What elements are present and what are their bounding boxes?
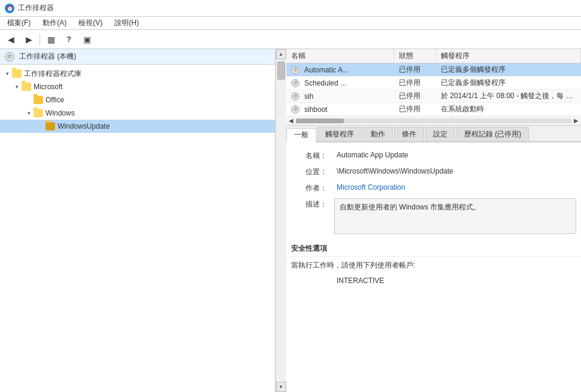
root-clock-icon: ⏱ [5, 52, 14, 62]
menu-bar: 檔案(F) 動作(A) 檢視(V) 說明(H) [0, 17, 581, 30]
back-button[interactable]: ◀ [2, 32, 19, 47]
grid-button[interactable]: ▦ [43, 32, 59, 47]
h-scroll-bar[interactable]: ◀ ▶ [286, 116, 581, 126]
row-icon-0: ⏱ [291, 66, 299, 74]
h-scrollbar-thumb[interactable] [296, 118, 344, 123]
title-bar: ⏰ 工作排程器 [0, 0, 581, 17]
table-row[interactable]: ⏱ Automatic A... 已停用 已定義多個觸發程序 [286, 63, 581, 77]
row-icon-2: ⏱ [291, 92, 299, 101]
detail-author-label: 作者： [286, 182, 334, 193]
detail-name-label: 名稱： [286, 150, 334, 161]
tab-setting[interactable]: 設定 [425, 127, 455, 141]
tab-general[interactable]: 一般 [286, 128, 316, 142]
detail-area: 名稱： Automatic App Update 位置： \Microsoft\… [286, 142, 581, 392]
tree-windowsupdate-label: WindowsUpdate [58, 122, 110, 130]
cell-trigger-2: 於 2014/1/1 上午 08:00 - 觸發之後，每 20:0 [436, 91, 581, 101]
table-row[interactable]: ⏱ sih 已停用 於 2014/1/1 上午 08:00 - 觸發之後，每 2… [286, 90, 581, 103]
row-icon-3: ⏱ [291, 105, 299, 114]
cell-status-3: 已停用 [394, 104, 436, 114]
detail-name-value: Automatic App Update [334, 150, 581, 160]
tree-root-label: 工作排程器程式庫 [24, 69, 81, 79]
tab-history[interactable]: 歷程記錄 (已停用) [456, 127, 529, 141]
cell-name-0: ⏱ Automatic A... [286, 66, 394, 74]
detail-desc-value: 自動更新使用者的 Windows 市集應用程式。 [334, 198, 576, 234]
tree-area[interactable]: ▾ 工作排程器程式庫 ▾ Microsoft ▸ Office [0, 65, 275, 392]
tab-trigger[interactable]: 觸發程序 [317, 127, 362, 141]
menu-help[interactable]: 說明(H) [110, 17, 144, 29]
row-icon-1: ⏱ [291, 79, 299, 87]
h-scroll-left[interactable]: ◀ [289, 117, 293, 124]
panel-button[interactable]: ▣ [78, 32, 95, 47]
detail-desc-row: 描述： 自動更新使用者的 Windows 市集應用程式。 [286, 196, 581, 236]
help-button[interactable]: ? [60, 32, 77, 47]
menu-action[interactable]: 動作(A) [38, 17, 71, 29]
cell-name-2: ⏱ sih [286, 92, 394, 101]
col-header-trigger: 觸發程序 [436, 49, 581, 63]
office-folder-icon [34, 96, 43, 104]
windows-folder-icon [34, 109, 43, 117]
cell-trigger-0: 已定義多個觸發程序 [436, 65, 581, 75]
table-row[interactable]: ⏱ Scheduled ... 已停用 已定義多個觸發程序 [286, 77, 581, 90]
menu-view[interactable]: 檢視(V) [74, 17, 107, 29]
tabs-bar: 一般 觸發程序 動作 條件 設定 歷程記錄 (已停用) [286, 126, 581, 142]
expand-root[interactable]: ▾ [2, 69, 12, 78]
left-vscroll[interactable]: ▲ ▼ [276, 49, 286, 392]
right-panel: 名稱 狀態 觸發程序 ⏱ Automatic A... 已停用 已定義多個觸發程… [286, 49, 581, 392]
vscroll-down[interactable]: ▼ [276, 382, 286, 392]
cell-name-3: ⏱ sihboot [286, 105, 394, 114]
cell-status-0: 已停用 [394, 65, 436, 75]
tree-microsoft[interactable]: ▾ Microsoft [0, 80, 275, 93]
cell-status-2: 已停用 [394, 91, 436, 101]
vscroll-track[interactable] [276, 59, 286, 382]
tab-condition[interactable]: 條件 [394, 127, 424, 141]
detail-location-row: 位置： \Microsoft\Windows\WindowsUpdate [286, 163, 581, 180]
detail-location-value: \Microsoft\Windows\WindowsUpdate [334, 166, 581, 177]
tree-microsoft-label: Microsoft [34, 83, 63, 91]
detail-security-row: 當執行工作時，請使用下列使用者帳戶: [286, 257, 581, 273]
tree-windows-label: Windows [46, 109, 75, 117]
cell-trigger-1: 已定義多個觸發程序 [436, 78, 581, 88]
left-panel-title: 工作排程器 (本機) [19, 51, 76, 62]
h-scroll-right[interactable]: ▶ [574, 117, 579, 124]
detail-name-row: 名稱： Automatic App Update [286, 147, 581, 163]
table-header: 名稱 狀態 觸發程序 [286, 49, 581, 63]
detail-security-label: 當執行工作時，請使用下列使用者帳戶: [286, 259, 420, 271]
detail-security-value-row: INTERACTIVE [286, 273, 581, 288]
expand-windows[interactable]: ▾ [24, 108, 34, 118]
tree-root[interactable]: ▾ 工作排程器程式庫 [0, 67, 275, 80]
detail-desc-label: 描述： [286, 198, 334, 209]
windowsupdate-folder-icon [46, 122, 55, 130]
security-header: 安全性選項 [286, 241, 581, 257]
tree-office-label: Office [46, 96, 64, 104]
vscroll-up[interactable]: ▲ [276, 49, 286, 59]
cell-status-1: 已停用 [394, 78, 436, 88]
title-bar-icon: ⏰ [5, 4, 14, 13]
expand-microsoft[interactable]: ▾ [12, 82, 22, 92]
detail-location-label: 位置： [286, 166, 334, 177]
left-panel-header: ⏱ 工作排程器 (本機) [0, 49, 275, 65]
cell-name-1: ⏱ Scheduled ... [286, 79, 394, 87]
col-header-name: 名稱 [286, 49, 394, 63]
tree-windowsupdate[interactable]: ▸ WindowsUpdate [0, 120, 275, 133]
toolbar-separator-1 [40, 34, 40, 45]
title-bar-text: 工作排程器 [18, 3, 54, 13]
left-panel: ⏱ 工作排程器 (本機) ▾ 工作排程器程式庫 ▾ Microsoft [0, 49, 276, 392]
main-layout: ⏱ 工作排程器 (本機) ▾ 工作排程器程式庫 ▾ Microsoft [0, 49, 581, 392]
h-scrollbar-track[interactable] [296, 118, 571, 123]
root-folder-icon [12, 69, 22, 78]
menu-file[interactable]: 檔案(F) [2, 17, 35, 29]
microsoft-folder-icon [22, 83, 31, 91]
table-body: ⏱ Automatic A... 已停用 已定義多個觸發程序 ⏱ Schedul… [286, 63, 581, 116]
tree-windows[interactable]: ▾ Windows [0, 107, 275, 120]
detail-security-value: INTERACTIVE [334, 275, 581, 286]
cell-trigger-3: 在系統啟動時 [436, 104, 581, 114]
detail-author-row: 作者： Microsoft Corporation [286, 180, 581, 196]
left-panel-wrapper: ⏱ 工作排程器 (本機) ▾ 工作排程器程式庫 ▾ Microsoft [0, 49, 286, 392]
tab-action[interactable]: 動作 [363, 127, 393, 141]
forward-button[interactable]: ▶ [20, 32, 37, 47]
detail-author-value: Microsoft Corporation [334, 182, 581, 193]
tree-office[interactable]: ▸ Office [0, 93, 275, 107]
table-row[interactable]: ⏱ sihboot 已停用 在系統啟動時 [286, 103, 581, 116]
vscroll-thumb[interactable] [277, 62, 285, 80]
toolbar: ◀ ▶ ▦ ? ▣ [0, 30, 581, 49]
